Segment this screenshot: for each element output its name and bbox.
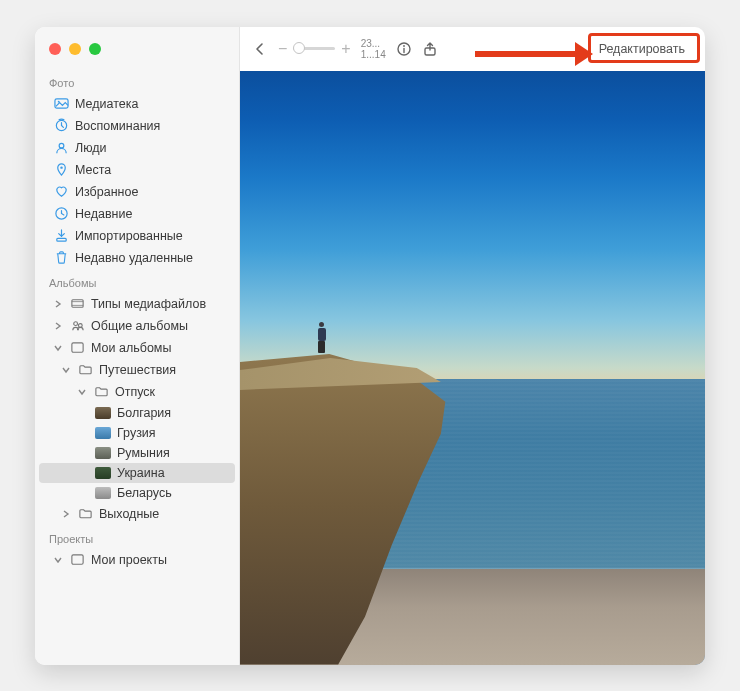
edit-button[interactable]: Редактировать bbox=[591, 38, 693, 60]
folder-icon bbox=[93, 384, 109, 400]
sidebar-item-label: Грузия bbox=[117, 426, 227, 440]
svg-point-4 bbox=[60, 166, 62, 168]
sidebar-item-recents[interactable]: Недавние bbox=[39, 203, 235, 225]
share-button[interactable] bbox=[422, 41, 438, 57]
counter-line-1: 23... bbox=[361, 38, 386, 49]
chevron-down-icon[interactable] bbox=[77, 387, 87, 397]
sidebar: Фото Медиатека Воспоминания Люди Места bbox=[35, 27, 240, 665]
slider-track[interactable] bbox=[293, 47, 335, 50]
sidebar-item-label: Типы медиафайлов bbox=[91, 297, 227, 311]
sidebar-item-my-projects[interactable]: Мои проекты bbox=[39, 549, 235, 571]
album-icon bbox=[69, 552, 85, 568]
main-content: − + 23... 1...14 Редактировать bbox=[240, 27, 705, 665]
photo-viewer[interactable] bbox=[240, 71, 705, 665]
sidebar-item-label: Мои проекты bbox=[91, 553, 227, 567]
sidebar-item-places[interactable]: Места bbox=[39, 159, 235, 181]
clock-icon bbox=[53, 206, 69, 222]
album-icon bbox=[69, 340, 85, 356]
chevron-down-icon[interactable] bbox=[53, 343, 63, 353]
heart-icon bbox=[53, 184, 69, 200]
sidebar-item-label: Недавние bbox=[75, 207, 227, 221]
album-thumbnail bbox=[95, 427, 111, 439]
sidebar-item-label: Румыния bbox=[117, 446, 227, 460]
chevron-right-icon[interactable] bbox=[53, 299, 63, 309]
sidebar-item-label: Избранное bbox=[75, 185, 227, 199]
section-header-albums: Альбомы bbox=[35, 269, 239, 293]
section-header-photos: Фото bbox=[35, 69, 239, 93]
photo-content bbox=[240, 71, 705, 665]
svg-rect-6 bbox=[56, 238, 65, 241]
sidebar-item-travel[interactable]: Путешествия bbox=[39, 359, 235, 381]
sidebar-item-label: Импортированные bbox=[75, 229, 227, 243]
filmstrip-icon bbox=[69, 296, 85, 312]
chevron-down-icon[interactable] bbox=[53, 555, 63, 565]
svg-rect-11 bbox=[71, 555, 82, 564]
sidebar-album-belarus[interactable]: Беларусь bbox=[39, 483, 235, 503]
sidebar-item-label: Выходные bbox=[99, 507, 227, 521]
sidebar-item-memories[interactable]: Воспоминания bbox=[39, 115, 235, 137]
zoom-in-label: + bbox=[341, 40, 350, 58]
zoom-slider[interactable]: − + bbox=[278, 40, 351, 58]
sidebar-item-recently-deleted[interactable]: Недавно удаленные bbox=[39, 247, 235, 269]
memories-icon bbox=[53, 118, 69, 134]
album-thumbnail bbox=[95, 407, 111, 419]
sidebar-item-label: Недавно удаленные bbox=[75, 251, 227, 265]
sidebar-album-romania[interactable]: Румыния bbox=[39, 443, 235, 463]
photo-counter: 23... 1...14 bbox=[361, 38, 386, 60]
window-controls bbox=[35, 35, 239, 69]
sidebar-item-label: Люди bbox=[75, 141, 227, 155]
import-icon bbox=[53, 228, 69, 244]
back-button[interactable] bbox=[252, 41, 268, 57]
shared-icon bbox=[69, 318, 85, 334]
svg-point-13 bbox=[403, 45, 405, 47]
slider-thumb[interactable] bbox=[293, 42, 305, 54]
library-icon bbox=[53, 96, 69, 112]
chevron-right-icon[interactable] bbox=[53, 321, 63, 331]
counter-line-2: 1...14 bbox=[361, 49, 386, 60]
toolbar: − + 23... 1...14 Редактировать bbox=[240, 27, 705, 71]
chevron-down-icon[interactable] bbox=[61, 365, 71, 375]
sidebar-item-shared-albums[interactable]: Общие альбомы bbox=[39, 315, 235, 337]
sidebar-item-label: Путешествия bbox=[99, 363, 227, 377]
svg-rect-10 bbox=[71, 343, 82, 352]
sidebar-item-label: Украина bbox=[117, 466, 227, 480]
sidebar-item-media-types[interactable]: Типы медиафайлов bbox=[39, 293, 235, 315]
sidebar-item-library[interactable]: Медиатека bbox=[39, 93, 235, 115]
zoom-out-label: − bbox=[278, 40, 287, 58]
sidebar-item-label: Воспоминания bbox=[75, 119, 227, 133]
sidebar-album-ukraine[interactable]: Украина bbox=[39, 463, 235, 483]
info-button[interactable] bbox=[396, 41, 412, 57]
sidebar-item-label: Общие альбомы bbox=[91, 319, 227, 333]
sidebar-album-georgia[interactable]: Грузия bbox=[39, 423, 235, 443]
sidebar-item-imports[interactable]: Импортированные bbox=[39, 225, 235, 247]
sidebar-item-label: Болгария bbox=[117, 406, 227, 420]
sidebar-item-label: Мои альбомы bbox=[91, 341, 227, 355]
sidebar-item-label: Беларусь bbox=[117, 486, 227, 500]
svg-rect-7 bbox=[71, 300, 82, 308]
section-header-projects: Проекты bbox=[35, 525, 239, 549]
album-thumbnail bbox=[95, 487, 111, 499]
sidebar-item-label: Медиатека bbox=[75, 97, 227, 111]
sidebar-item-label: Места bbox=[75, 163, 227, 177]
chevron-right-icon[interactable] bbox=[61, 509, 71, 519]
app-window: Фото Медиатека Воспоминания Люди Места bbox=[35, 27, 705, 665]
sidebar-album-bulgaria[interactable]: Болгария bbox=[39, 403, 235, 423]
places-icon bbox=[53, 162, 69, 178]
sidebar-item-weekends[interactable]: Выходные bbox=[39, 503, 235, 525]
svg-point-8 bbox=[73, 322, 77, 326]
sidebar-item-my-albums[interactable]: Мои альбомы bbox=[39, 337, 235, 359]
maximize-window-button[interactable] bbox=[89, 43, 101, 55]
folder-icon bbox=[77, 506, 93, 522]
album-thumbnail bbox=[95, 447, 111, 459]
svg-point-3 bbox=[59, 143, 64, 148]
sidebar-item-label: Отпуск bbox=[115, 385, 227, 399]
close-window-button[interactable] bbox=[49, 43, 61, 55]
sidebar-item-vacation[interactable]: Отпуск bbox=[39, 381, 235, 403]
folder-icon bbox=[77, 362, 93, 378]
trash-icon bbox=[53, 250, 69, 266]
sidebar-item-favorites[interactable]: Избранное bbox=[39, 181, 235, 203]
minimize-window-button[interactable] bbox=[69, 43, 81, 55]
sidebar-item-people[interactable]: Люди bbox=[39, 137, 235, 159]
people-icon bbox=[53, 140, 69, 156]
album-thumbnail bbox=[95, 467, 111, 479]
